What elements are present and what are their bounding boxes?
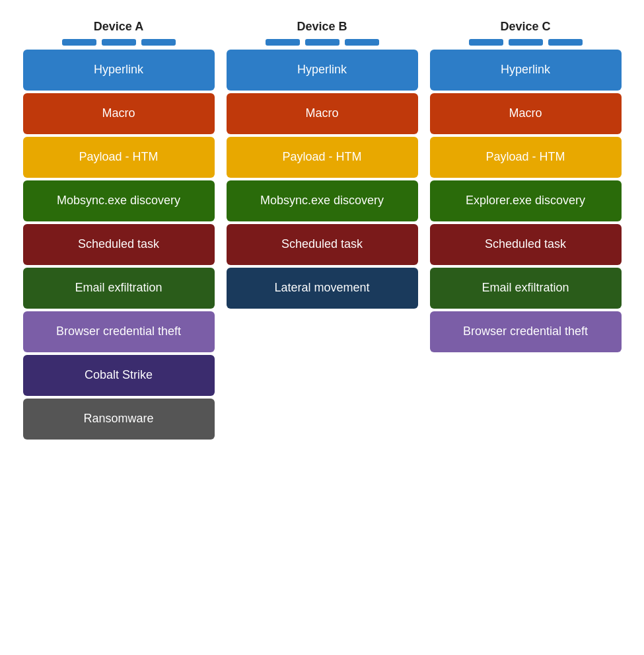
block-device-b-3: Mobsync.exe discovery — [227, 180, 418, 221]
device-column-device-b: Device BHyperlinkMacroPayload - HTMMobsy… — [227, 20, 418, 309]
block-device-c-3: Explorer.exe discovery — [430, 180, 622, 221]
block-device-c-2: Payload - HTM — [430, 137, 622, 178]
connector-bars-device-b — [266, 39, 379, 46]
block-device-a-8: Ransomware — [23, 399, 215, 440]
block-device-b-4: Scheduled task — [227, 224, 418, 265]
connector-bar-device-a-1 — [102, 39, 136, 46]
block-device-c-6: Browser credential theft — [430, 311, 622, 352]
block-device-c-4: Scheduled task — [430, 224, 622, 265]
block-device-a-0: Hyperlink — [23, 50, 215, 91]
connector-bar-device-c-1 — [509, 39, 543, 46]
device-title-device-b: Device B — [297, 20, 347, 34]
connector-bars-device-c — [469, 39, 583, 46]
block-device-b-2: Payload - HTM — [227, 137, 418, 178]
blocks-list-device-b: HyperlinkMacroPayload - HTMMobsync.exe d… — [227, 50, 418, 309]
device-column-device-a: Device AHyperlinkMacroPayload - HTMMobsy… — [23, 20, 215, 440]
block-device-c-1: Macro — [430, 93, 622, 134]
device-column-device-c: Device CHyperlinkMacroPayload - HTMExplo… — [430, 20, 622, 352]
block-device-b-5: Lateral movement — [227, 268, 418, 309]
device-title-device-a: Device A — [94, 20, 143, 34]
blocks-list-device-a: HyperlinkMacroPayload - HTMMobsync.exe d… — [23, 50, 215, 440]
block-device-a-5: Email exfiltration — [23, 268, 215, 309]
block-device-a-3: Mobsync.exe discovery — [23, 180, 215, 221]
block-device-a-4: Scheduled task — [23, 224, 215, 265]
connector-bar-device-c-0 — [469, 39, 503, 46]
connector-bar-device-a-2 — [141, 39, 176, 46]
blocks-list-device-c: HyperlinkMacroPayload - HTMExplorer.exe … — [430, 50, 622, 352]
block-device-c-5: Email exfiltration — [430, 268, 622, 309]
connector-bars-device-a — [62, 39, 176, 46]
connector-bar-device-a-0 — [62, 39, 96, 46]
connector-bar-device-b-0 — [266, 39, 300, 46]
chart-container: Device AHyperlinkMacroPayload - HTMMobsy… — [13, 13, 631, 440]
connector-bar-device-b-2 — [345, 39, 379, 46]
block-device-a-7: Cobalt Strike — [23, 355, 215, 396]
block-device-b-0: Hyperlink — [227, 50, 418, 91]
block-device-c-0: Hyperlink — [430, 50, 622, 91]
device-title-device-c: Device C — [500, 20, 550, 34]
connector-bar-device-b-1 — [305, 39, 340, 46]
block-device-a-6: Browser credential theft — [23, 311, 215, 352]
block-device-b-1: Macro — [227, 93, 418, 134]
block-device-a-2: Payload - HTM — [23, 137, 215, 178]
connector-bar-device-c-2 — [548, 39, 583, 46]
block-device-a-1: Macro — [23, 93, 215, 134]
